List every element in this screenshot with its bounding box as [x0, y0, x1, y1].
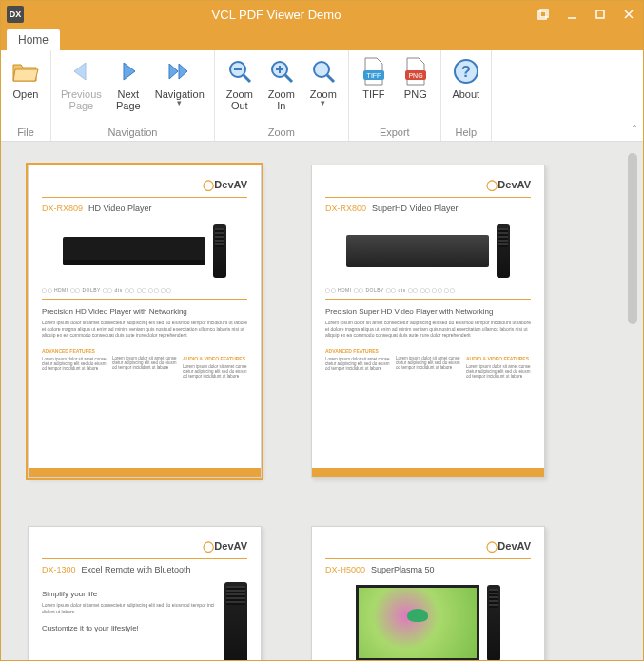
brand-logo: ◯DevAV [42, 179, 247, 191]
tab-home[interactable]: Home [7, 29, 60, 50]
zoom-in-label: Zoom In [268, 88, 295, 111]
zoom-out-label: Zoom Out [226, 88, 253, 111]
collapse-ribbon-button[interactable]: ˄ [626, 50, 643, 141]
minimize-button[interactable] [557, 1, 586, 28]
remote-image [497, 224, 510, 278]
group-help-label: Help [445, 125, 487, 141]
zoom-in-button[interactable]: Zoom In [261, 52, 302, 111]
previous-page-button[interactable]: Previous Page [55, 52, 107, 111]
product-image [356, 585, 479, 660]
thumbnail-page-1[interactable]: ◯DevAV DX-RX809HD Video Player ▢▢ HDMI ▢… [28, 165, 262, 478]
brand-logo: ◯DevAV [325, 540, 531, 553]
group-navigation: Previous Page Next Page Navigation ▾ Nav… [51, 50, 215, 141]
page-subtitle: Simplify your life [42, 590, 215, 598]
body-text: Lorem ipsum dolor sit amet consectetur a… [42, 320, 247, 339]
document-viewer[interactable]: ◯DevAV DX-RX809HD Video Player ▢▢ HDMI ▢… [1, 142, 643, 660]
features-header: AUDIO & VIDEO FEATURES [183, 356, 247, 361]
group-help: ? About Help [441, 50, 492, 141]
app-badge: DX [7, 6, 24, 23]
remote-image [487, 585, 500, 660]
features-header: ADVANCED FEATURES [42, 348, 107, 354]
export-tiff-button[interactable]: TIFF TIFF [353, 52, 395, 100]
export-png-button[interactable]: PNG PNG [395, 52, 437, 100]
group-export: TIFF TIFF PNG PNG Export [349, 50, 441, 141]
prev-label: Previous Page [61, 88, 102, 111]
svg-text:?: ? [461, 64, 471, 80]
zoom-out-icon [224, 56, 255, 87]
body-text: Lorem ipsum dolor sit amet consectetur a… [42, 602, 215, 614]
page-subtitle: Precision Super HD Video Player with Net… [325, 307, 531, 316]
zoom-icon [308, 56, 339, 87]
svg-line-7 [244, 75, 250, 82]
svg-rect-3 [596, 10, 604, 18]
group-file-label: File [5, 125, 47, 141]
tiff-label: TIFF [362, 88, 384, 100]
svg-line-10 [285, 75, 292, 82]
maximize-button[interactable] [586, 1, 615, 28]
zoom-out-button[interactable]: Zoom Out [219, 52, 261, 111]
thumbnail-page-2[interactable]: ◯DevAV DX-RX800SuperHD Video Player ▢▢ H… [311, 165, 545, 478]
page-title: DX-RX800SuperHD Video Player [325, 204, 531, 213]
badges-row: ▢▢ HDMI ▢▢ DOLBY ▢▢ dts ▢▢ ▢▢ ▢▢ ▢▢ [325, 287, 531, 293]
page-title: DX-1300Excel Remote with Bluetooth [42, 565, 247, 574]
body-text: Lorem ipsum dolor sit amet consectetur a… [325, 320, 531, 339]
tiff-file-icon: TIFF [359, 56, 389, 87]
chevron-up-icon: ˄ [632, 124, 637, 137]
zoom-in-icon [266, 56, 297, 87]
product-image [63, 237, 205, 265]
about-button[interactable]: ? About [445, 52, 487, 100]
next-label: Next Page [116, 88, 141, 111]
group-zoom-label: Zoom [219, 125, 344, 141]
ribbon: Open File Previous Page Next Page Naviga… [1, 50, 643, 142]
fast-forward-icon [165, 56, 195, 87]
navigation-button[interactable]: Navigation ▾ [149, 52, 210, 106]
next-page-button[interactable]: Next Page [107, 52, 149, 111]
chevron-down-icon: ▾ [177, 101, 182, 106]
prev-icon [66, 56, 96, 87]
features-header: ADVANCED FEATURES [325, 348, 390, 354]
window-title: VCL PDF Viewer Demo [24, 8, 529, 22]
remote-image [213, 224, 226, 278]
svg-text:TIFF: TIFF [366, 72, 381, 79]
features-header: AUDIO & VIDEO FEATURES [466, 356, 531, 361]
about-label: About [452, 88, 479, 100]
badges-row: ▢▢ HDMI ▢▢ DOLBY ▢▢ dts ▢▢ ▢▢ ▢▢ ▢▢ [42, 287, 247, 293]
png-file-icon: PNG [400, 56, 431, 87]
group-export-label: Export [353, 125, 437, 141]
group-zoom: Zoom Out Zoom In Zoom ▾ Zoom [215, 50, 349, 141]
png-label: PNG [404, 88, 427, 100]
scrollbar-thumb[interactable] [628, 153, 637, 324]
page-subtitle: Precision HD Video Player with Networkin… [42, 307, 247, 316]
title-bar: DX VCL PDF Viewer Demo [1, 1, 643, 28]
page-extra: Customize it to your lifestyle! [42, 624, 215, 632]
page-title: DX-RX809HD Video Player [42, 204, 247, 213]
svg-rect-1 [540, 10, 548, 17]
group-file: Open File [1, 50, 51, 141]
page-title: DX-H5000SuperPlasma 50 [325, 565, 531, 574]
close-button[interactable] [615, 1, 643, 28]
thumbnail-page-4[interactable]: ◯DevAV DX-H5000SuperPlasma 50 [311, 526, 545, 660]
ribbon-tabstrip: Home [1, 28, 643, 50]
remote-image [224, 582, 247, 660]
group-navigation-label: Navigation [55, 125, 210, 141]
svg-text:PNG: PNG [408, 72, 422, 79]
product-image [346, 235, 489, 267]
brand-logo: ◯DevAV [42, 540, 247, 553]
svg-point-13 [314, 62, 329, 77]
help-icon: ? [451, 56, 481, 87]
open-label: Open [13, 88, 39, 100]
svg-rect-0 [538, 11, 546, 19]
thumbnail-page-3[interactable]: ◯DevAV DX-1300Excel Remote with Bluetoot… [28, 526, 262, 660]
folder-open-icon [10, 56, 41, 87]
zoom-button[interactable]: Zoom ▾ [302, 52, 344, 106]
next-icon [113, 56, 144, 87]
restore-down-alt-button[interactable] [529, 1, 557, 28]
brand-logo: ◯DevAV [325, 179, 531, 191]
vertical-scrollbar[interactable] [626, 147, 639, 654]
open-button[interactable]: Open [5, 52, 47, 100]
svg-line-14 [327, 75, 334, 82]
chevron-down-icon: ▾ [321, 101, 325, 106]
